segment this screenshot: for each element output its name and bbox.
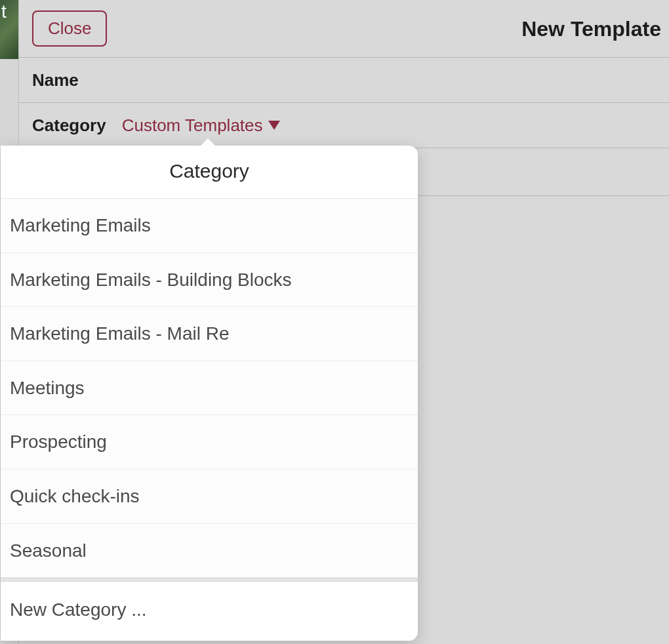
category-option[interactable]: Quick check-ins: [1, 470, 418, 524]
category-option[interactable]: Prospecting: [1, 415, 418, 470]
category-label: Category: [32, 115, 106, 136]
category-popover: Category Marketing Emails Marketing Emai…: [1, 146, 418, 641]
name-label: Name: [32, 70, 79, 91]
template-panel: Close New Template Name Category Custom …: [18, 0, 669, 644]
category-option[interactable]: Marketing Emails: [1, 199, 418, 253]
close-button[interactable]: Close: [32, 10, 107, 47]
popover-arrow: [200, 138, 216, 146]
name-row[interactable]: Name: [19, 58, 669, 103]
category-option[interactable]: Meetings: [1, 361, 418, 416]
category-selected-value: Custom Templates: [122, 115, 263, 136]
sidebar-edge: t: [0, 0, 18, 59]
popover-list: Marketing Emails Marketing Emails - Buil…: [1, 199, 418, 578]
new-category-option[interactable]: New Category ...: [1, 582, 418, 641]
popover-title: Category: [1, 146, 418, 199]
category-option[interactable]: Seasonal: [1, 524, 418, 578]
sidebar-clipped-text: t: [1, 1, 7, 22]
category-option[interactable]: Marketing Emails - Mail Re: [1, 307, 418, 361]
category-option[interactable]: Marketing Emails - Building Blocks: [1, 253, 418, 308]
panel-header: Close New Template: [19, 0, 669, 58]
category-row: Category Custom Templates: [19, 103, 669, 148]
chevron-down-icon: [268, 121, 280, 130]
category-dropdown-trigger[interactable]: Custom Templates: [122, 115, 280, 136]
panel-title: New Template: [521, 16, 661, 41]
